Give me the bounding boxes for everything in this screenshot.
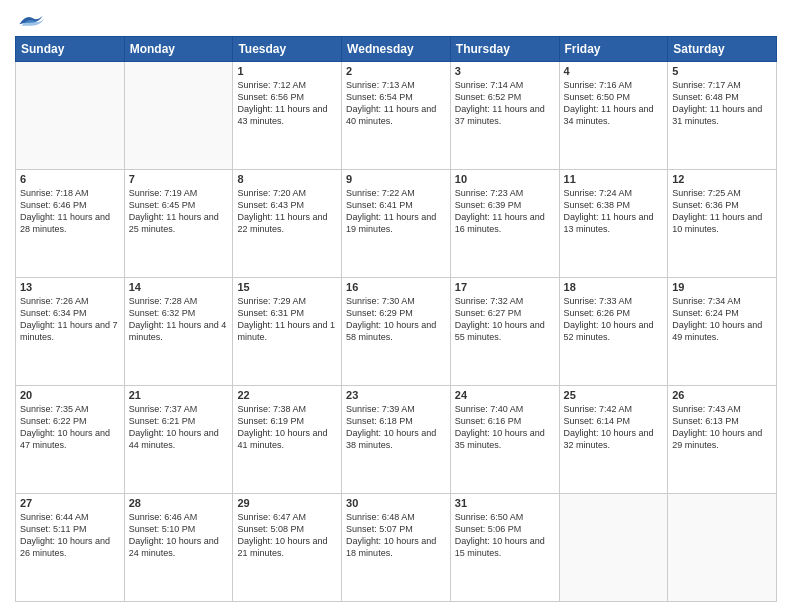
week-row-2: 6Sunrise: 7:18 AMSunset: 6:46 PMDaylight… [16, 170, 777, 278]
day-number: 26 [672, 389, 772, 401]
day-info: Sunrise: 7:12 AMSunset: 6:56 PMDaylight:… [237, 79, 337, 128]
logo-icon [15, 10, 45, 30]
sunset-text: Sunset: 6:41 PM [346, 199, 446, 211]
daylight-text: Daylight: 10 hours and 24 minutes. [129, 535, 229, 559]
daylight-text: Daylight: 10 hours and 26 minutes. [20, 535, 120, 559]
calendar-cell: 22Sunrise: 7:38 AMSunset: 6:19 PMDayligh… [233, 386, 342, 494]
daylight-text: Daylight: 11 hours and 10 minutes. [672, 211, 772, 235]
calendar-cell: 13Sunrise: 7:26 AMSunset: 6:34 PMDayligh… [16, 278, 125, 386]
daylight-text: Daylight: 11 hours and 7 minutes. [20, 319, 120, 343]
calendar-cell: 25Sunrise: 7:42 AMSunset: 6:14 PMDayligh… [559, 386, 668, 494]
sunset-text: Sunset: 5:06 PM [455, 523, 555, 535]
day-number: 19 [672, 281, 772, 293]
day-info: Sunrise: 7:25 AMSunset: 6:36 PMDaylight:… [672, 187, 772, 236]
sunrise-text: Sunrise: 7:32 AM [455, 295, 555, 307]
sunrise-text: Sunrise: 7:18 AM [20, 187, 120, 199]
sunrise-text: Sunrise: 7:20 AM [237, 187, 337, 199]
sunset-text: Sunset: 6:32 PM [129, 307, 229, 319]
daylight-text: Daylight: 11 hours and 19 minutes. [346, 211, 446, 235]
sunrise-text: Sunrise: 7:14 AM [455, 79, 555, 91]
sunset-text: Sunset: 6:27 PM [455, 307, 555, 319]
sunrise-text: Sunrise: 7:38 AM [237, 403, 337, 415]
day-number: 20 [20, 389, 120, 401]
daylight-text: Daylight: 11 hours and 22 minutes. [237, 211, 337, 235]
day-info: Sunrise: 7:34 AMSunset: 6:24 PMDaylight:… [672, 295, 772, 344]
daylight-text: Daylight: 10 hours and 35 minutes. [455, 427, 555, 451]
sunset-text: Sunset: 6:45 PM [129, 199, 229, 211]
calendar-cell: 17Sunrise: 7:32 AMSunset: 6:27 PMDayligh… [450, 278, 559, 386]
sunset-text: Sunset: 6:21 PM [129, 415, 229, 427]
sunset-text: Sunset: 6:29 PM [346, 307, 446, 319]
day-info: Sunrise: 7:13 AMSunset: 6:54 PMDaylight:… [346, 79, 446, 128]
weekday-header-tuesday: Tuesday [233, 37, 342, 62]
sunrise-text: Sunrise: 7:24 AM [564, 187, 664, 199]
calendar-cell: 5Sunrise: 7:17 AMSunset: 6:48 PMDaylight… [668, 62, 777, 170]
sunset-text: Sunset: 6:24 PM [672, 307, 772, 319]
sunset-text: Sunset: 6:31 PM [237, 307, 337, 319]
calendar-cell: 30Sunrise: 6:48 AMSunset: 5:07 PMDayligh… [342, 494, 451, 602]
calendar-cell: 28Sunrise: 6:46 AMSunset: 5:10 PMDayligh… [124, 494, 233, 602]
calendar-cell: 12Sunrise: 7:25 AMSunset: 6:36 PMDayligh… [668, 170, 777, 278]
weekday-header-friday: Friday [559, 37, 668, 62]
daylight-text: Daylight: 11 hours and 1 minute. [237, 319, 337, 343]
week-row-5: 27Sunrise: 6:44 AMSunset: 5:11 PMDayligh… [16, 494, 777, 602]
day-info: Sunrise: 7:23 AMSunset: 6:39 PMDaylight:… [455, 187, 555, 236]
sunset-text: Sunset: 6:26 PM [564, 307, 664, 319]
day-number: 14 [129, 281, 229, 293]
weekday-header-row: SundayMondayTuesdayWednesdayThursdayFrid… [16, 37, 777, 62]
calendar-cell [559, 494, 668, 602]
daylight-text: Daylight: 10 hours and 41 minutes. [237, 427, 337, 451]
week-row-1: 1Sunrise: 7:12 AMSunset: 6:56 PMDaylight… [16, 62, 777, 170]
day-number: 22 [237, 389, 337, 401]
header [15, 10, 777, 30]
day-number: 2 [346, 65, 446, 77]
sunset-text: Sunset: 6:56 PM [237, 91, 337, 103]
sunset-text: Sunset: 6:39 PM [455, 199, 555, 211]
sunrise-text: Sunrise: 7:33 AM [564, 295, 664, 307]
day-number: 6 [20, 173, 120, 185]
calendar-cell: 14Sunrise: 7:28 AMSunset: 6:32 PMDayligh… [124, 278, 233, 386]
weekday-header-thursday: Thursday [450, 37, 559, 62]
day-info: Sunrise: 7:29 AMSunset: 6:31 PMDaylight:… [237, 295, 337, 344]
day-number: 29 [237, 497, 337, 509]
sunrise-text: Sunrise: 7:35 AM [20, 403, 120, 415]
week-row-4: 20Sunrise: 7:35 AMSunset: 6:22 PMDayligh… [16, 386, 777, 494]
calendar-cell: 31Sunrise: 6:50 AMSunset: 5:06 PMDayligh… [450, 494, 559, 602]
sunrise-text: Sunrise: 7:25 AM [672, 187, 772, 199]
sunrise-text: Sunrise: 7:43 AM [672, 403, 772, 415]
sunrise-text: Sunrise: 7:40 AM [455, 403, 555, 415]
sunrise-text: Sunrise: 7:19 AM [129, 187, 229, 199]
day-info: Sunrise: 7:42 AMSunset: 6:14 PMDaylight:… [564, 403, 664, 452]
day-info: Sunrise: 7:32 AMSunset: 6:27 PMDaylight:… [455, 295, 555, 344]
calendar-cell: 9Sunrise: 7:22 AMSunset: 6:41 PMDaylight… [342, 170, 451, 278]
calendar-cell: 23Sunrise: 7:39 AMSunset: 6:18 PMDayligh… [342, 386, 451, 494]
day-info: Sunrise: 7:20 AMSunset: 6:43 PMDaylight:… [237, 187, 337, 236]
sunset-text: Sunset: 6:48 PM [672, 91, 772, 103]
sunrise-text: Sunrise: 7:30 AM [346, 295, 446, 307]
daylight-text: Daylight: 10 hours and 38 minutes. [346, 427, 446, 451]
sunset-text: Sunset: 5:10 PM [129, 523, 229, 535]
sunrise-text: Sunrise: 6:46 AM [129, 511, 229, 523]
calendar-cell: 15Sunrise: 7:29 AMSunset: 6:31 PMDayligh… [233, 278, 342, 386]
sunrise-text: Sunrise: 6:44 AM [20, 511, 120, 523]
day-number: 28 [129, 497, 229, 509]
day-info: Sunrise: 7:37 AMSunset: 6:21 PMDaylight:… [129, 403, 229, 452]
day-number: 12 [672, 173, 772, 185]
sunset-text: Sunset: 5:07 PM [346, 523, 446, 535]
sunset-text: Sunset: 6:16 PM [455, 415, 555, 427]
sunrise-text: Sunrise: 7:17 AM [672, 79, 772, 91]
calendar-cell [668, 494, 777, 602]
weekday-header-monday: Monday [124, 37, 233, 62]
day-info: Sunrise: 7:19 AMSunset: 6:45 PMDaylight:… [129, 187, 229, 236]
sunrise-text: Sunrise: 7:22 AM [346, 187, 446, 199]
sunrise-text: Sunrise: 7:39 AM [346, 403, 446, 415]
daylight-text: Daylight: 11 hours and 40 minutes. [346, 103, 446, 127]
sunset-text: Sunset: 6:22 PM [20, 415, 120, 427]
calendar-cell: 3Sunrise: 7:14 AMSunset: 6:52 PMDaylight… [450, 62, 559, 170]
calendar-cell: 6Sunrise: 7:18 AMSunset: 6:46 PMDaylight… [16, 170, 125, 278]
sunset-text: Sunset: 6:50 PM [564, 91, 664, 103]
daylight-text: Daylight: 11 hours and 25 minutes. [129, 211, 229, 235]
day-number: 21 [129, 389, 229, 401]
day-number: 31 [455, 497, 555, 509]
sunrise-text: Sunrise: 7:29 AM [237, 295, 337, 307]
